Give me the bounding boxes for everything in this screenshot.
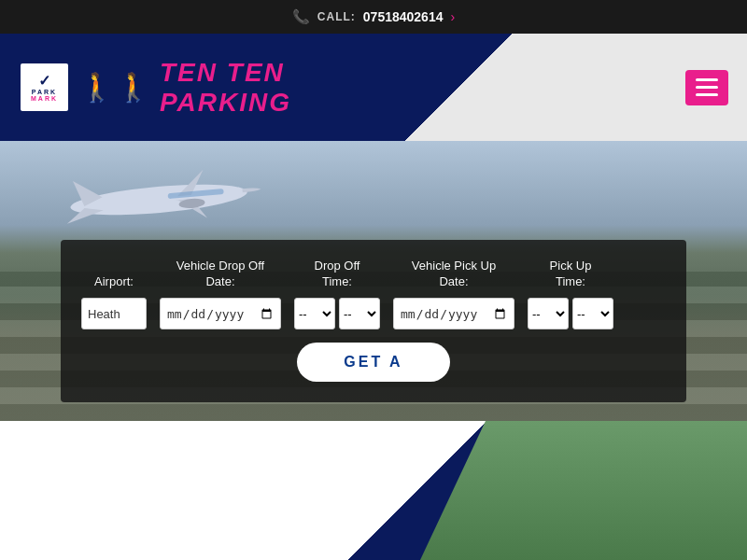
dropoff-date-input[interactable] xyxy=(160,298,281,329)
pickup-date-field-group: Vehicle Pick Up Date: xyxy=(393,259,514,329)
top-bar: 📞 CALL: 07518402614 › xyxy=(0,0,747,34)
brand-name: TEN TEN PARKING xyxy=(160,58,291,118)
dropoff-time-field-group: Drop Off Time: -- -- xyxy=(294,259,380,329)
booking-form: Airport: Vehicle Drop Off Date: Drop Off… xyxy=(61,240,686,402)
pickup-minute-select[interactable]: -- xyxy=(572,298,613,329)
woman-figure-icon: 🚶 xyxy=(116,74,150,102)
form-fields: Airport: Vehicle Drop Off Date: Drop Off… xyxy=(81,259,666,329)
airport-label: Airport: xyxy=(94,274,134,290)
pickup-time-field-group: Pick Up Time: -- -- xyxy=(528,259,613,329)
chevron-right-icon: › xyxy=(450,9,455,24)
bottom-background-image xyxy=(420,421,747,560)
bottom-section xyxy=(0,421,747,560)
pickup-time-selects: -- -- xyxy=(528,298,613,329)
park-text: PARK xyxy=(32,89,57,95)
dropoff-date-field-group: Vehicle Drop Off Date: xyxy=(160,259,281,329)
pickup-time-label: Pick Up Time: xyxy=(550,259,592,290)
phone-icon: 📞 xyxy=(292,8,310,25)
brand-line2: PARKING xyxy=(160,88,291,118)
park-mark-badge: ✓ PARK MARK xyxy=(19,62,70,113)
dropoff-date-label: Vehicle Drop Off Date: xyxy=(176,259,264,290)
call-label: CALL: xyxy=(317,10,356,23)
dropoff-time-label: Drop Off Time: xyxy=(315,259,360,290)
pickup-date-label: Vehicle Pick Up Date: xyxy=(412,259,496,290)
header: ✓ PARK MARK 🚶 🚶 TEN TEN PARKING xyxy=(0,34,747,141)
checkmark-icon: ✓ xyxy=(38,74,50,89)
dropoff-hour-select[interactable]: -- xyxy=(294,298,335,329)
hero-section: Airport: Vehicle Drop Off Date: Drop Off… xyxy=(0,141,747,421)
get-quote-button[interactable]: GET A xyxy=(297,343,449,382)
get-button-row: GET A xyxy=(81,343,666,382)
pickup-date-input[interactable] xyxy=(393,298,514,329)
pickup-hour-select[interactable]: -- xyxy=(528,298,569,329)
dropoff-time-selects: -- -- xyxy=(294,298,380,329)
mark-text: MARK xyxy=(31,95,58,102)
dropoff-minute-select[interactable]: -- xyxy=(339,298,380,329)
menu-button[interactable] xyxy=(685,70,728,105)
brand-line1: TEN TEN xyxy=(160,58,291,88)
phone-number[interactable]: 07518402614 xyxy=(363,9,444,24)
airport-field-group: Airport: xyxy=(81,274,147,329)
menu-bar-1 xyxy=(696,78,718,81)
logo-area: ✓ PARK MARK 🚶 🚶 TEN TEN PARKING xyxy=(19,58,291,118)
menu-bar-3 xyxy=(696,93,718,96)
airport-input[interactable] xyxy=(81,298,147,329)
man-figure-icon: 🚶 xyxy=(79,74,114,102)
logo-figures: 🚶 🚶 xyxy=(79,74,150,102)
menu-bar-2 xyxy=(696,86,718,89)
